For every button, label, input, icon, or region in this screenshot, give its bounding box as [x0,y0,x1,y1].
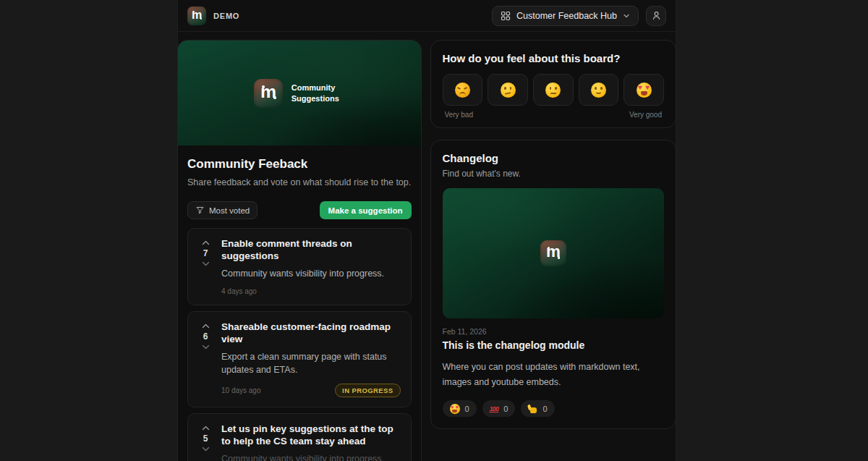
vote-widget: 5 [198,423,213,461]
suggestion-description: Community wants visibility into progress… [221,267,401,280]
status-badge: IN PROGRESS [335,384,400,397]
reaction-heart-eyes-button[interactable]: ♥♥ 0 [443,400,477,417]
suggestion-timestamp: 4 days ago [221,287,257,295]
logo-letter: m [260,83,276,101]
banner-logo-icon: m [254,79,283,108]
changelog-entry-body: Where you can post updates with markdown… [443,360,645,389]
smiling-face-icon [591,83,606,98]
suggestion-footer: 4 days ago [221,287,401,295]
upvote-button[interactable] [202,323,210,329]
upvote-button[interactable] [202,426,210,431]
suggestion-title: Let us pin key suggestions at the top to… [221,423,401,448]
make-suggestion-button[interactable]: Make a suggestion [320,201,412,219]
mood-bad-button[interactable] [488,74,528,106]
chevron-down-icon [623,12,630,20]
banner-label: Community Suggestions [292,83,345,103]
page-title: Community Feeback [187,157,412,172]
suggestion-title: Shareable customer-facing roadmap view [221,321,395,346]
changelog-entry-date: Feb 11, 2026 [443,327,665,336]
logo-letter: m [546,244,560,260]
heart-eyes-emoji-icon: ♥♥ [450,404,460,414]
vote-count: 7 [203,248,208,258]
scale-max-label: Very good [629,111,662,119]
heart-eyes-face-icon: ♥♥ [637,83,652,98]
angry-face-icon [455,83,470,98]
mood-neutral-button[interactable] [533,74,574,106]
suggestion-content: Let us pin key suggestions at the top to… [221,423,401,461]
suggestion-title: Enable comment threads on suggestions [221,238,401,263]
changelog-banner-logo-icon: m [540,240,566,266]
mood-scale-labels: Very bad Very good [443,111,665,119]
right-column: How do you feel about this board? [430,40,677,429]
page-subtitle: Share feedback and vote on what should r… [187,177,412,187]
vote-widget: 6 [198,321,213,397]
changelog-title: Changelog [443,152,665,164]
reaction-count: 0 [465,405,469,413]
board-switcher-label: Customer Feedback Hub [516,11,617,21]
top-bar: m DEMO Customer Feedback Hub [178,0,676,32]
suggestion-card[interactable]: 5 Let us pin key suggestions at the top … [187,413,412,461]
neutral-face-icon [545,83,561,98]
hundred-points-emoji-icon: 100 [490,405,499,413]
mood-good-button[interactable] [579,74,619,106]
person-icon [651,10,662,21]
suggestion-footer: 10 days ago IN PROGRESS [221,384,401,397]
community-banner: m Community Suggestions [178,41,421,145]
suggestion-content: Shareable customer-facing roadmap view E… [221,321,401,397]
reaction-hundred-button[interactable]: 100 0 [482,400,516,417]
board-feedback-panel: How do you feel about this board? [430,40,677,128]
suggestion-description: Export a clean summary page with status … [221,350,395,376]
confused-face-icon [501,83,516,98]
community-suggestions-panel: m Community Suggestions Community Feebac… [177,40,422,461]
app-logo-icon: m [187,7,206,25]
suggestion-description: Community wants visibility into progress… [221,452,401,461]
workspace-name: DEMO [213,12,239,20]
vote-count: 6 [203,331,208,342]
board-switcher[interactable]: Customer Feedback Hub [492,6,639,26]
mood-scale: ♥♥ [443,74,665,106]
vote-widget: 7 [198,238,213,295]
upvote-button[interactable] [202,240,210,245]
app-frame: m DEMO Customer Feedback Hub [177,0,676,461]
changelog-entry-title: This is the changelog module [443,339,665,351]
top-bar-actions: Customer Feedback Hub [492,6,666,26]
user-account-button[interactable] [646,6,666,26]
actions-row: Most voted Make a suggestion [187,201,412,219]
suggestion-card[interactable]: 6 Shareable customer-facing roadmap view… [187,311,412,407]
reaction-count: 0 [542,405,547,413]
funnel-icon [195,206,205,215]
community-body: Community Feeback Share feedback and vot… [178,145,421,461]
logo-letter: m [192,9,202,20]
reactions-row: ♥♥ 0 100 0 0 [443,400,665,417]
mood-very-good-button[interactable]: ♥♥ [624,74,664,106]
suggestion-timestamp: 10 days ago [221,386,261,394]
brand-group: m DEMO [187,7,239,25]
sort-filter-label: Most voted [209,206,250,215]
grid-icon [501,11,511,21]
downvote-button[interactable] [202,261,210,266]
suggestion-content: Enable comment threads on suggestions Co… [221,238,401,295]
changelog-banner: m [443,188,665,318]
suggestion-card[interactable]: 7 Enable comment threads on suggestions … [187,228,412,305]
downvote-button[interactable] [202,447,210,452]
reaction-count: 0 [503,405,508,413]
reaction-thumbs-up-button[interactable]: 0 [521,400,554,417]
changelog-subtitle: Find out what's new. [443,169,665,179]
thumbs-up-emoji-icon [528,404,537,413]
main-layout: m Community Suggestions Community Feebac… [178,40,676,461]
downvote-button[interactable] [202,344,210,350]
changelog-panel: Changelog Find out what's new. m Feb 11,… [430,140,677,429]
mood-very-bad-button[interactable] [443,74,483,106]
scale-min-label: Very bad [445,111,473,119]
vote-count: 5 [203,433,208,444]
feedback-question: How do you feel about this board? [443,52,665,64]
sort-filter-button[interactable]: Most voted [187,201,258,219]
